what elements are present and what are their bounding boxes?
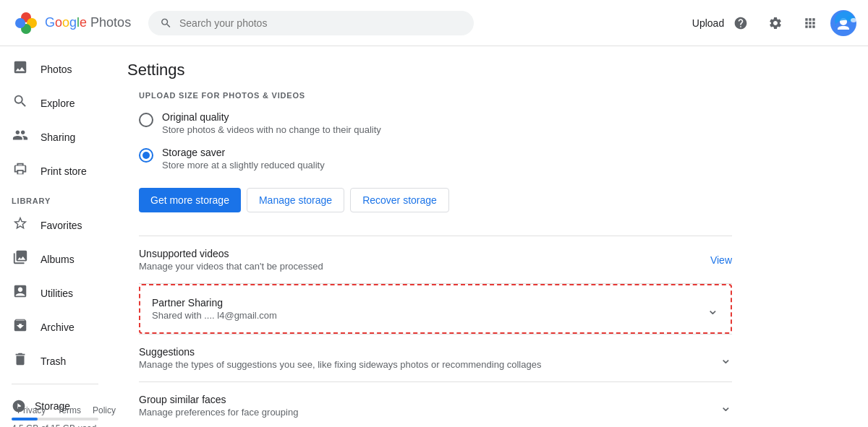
sidebar-label-albums: Albums [41, 254, 75, 265]
google-photos-logo [12, 9, 41, 38]
quality-radio-group: Original quality Store photos & videos w… [139, 111, 732, 171]
header: Google Photos Upload [0, 0, 868, 46]
group-similar-faces-row[interactable]: Group similar faces Manage preferences f… [139, 382, 732, 427]
albums-icon [12, 249, 29, 269]
main-content: Settings UPLOAD SIZE FOR PHOTOS & VIDEOS… [110, 46, 868, 427]
unsupported-videos-desc: Manage your videos that can't be process… [139, 261, 323, 272]
privacy-link[interactable]: Privacy [17, 405, 46, 415]
original-quality-option[interactable]: Original quality Store photos & videos w… [139, 111, 732, 135]
group-similar-faces-text: Group similar faces Manage preferences f… [139, 394, 298, 418]
sidebar-label-photos: Photos [41, 64, 72, 75]
photos-icon [12, 59, 29, 79]
help-icon [733, 16, 748, 30]
unsupported-videos-text: Unsupported videos Manage your videos th… [139, 248, 323, 272]
favorites-icon [12, 215, 29, 235]
sidebar-item-utilities[interactable]: Utilities [0, 276, 104, 310]
suggestions-title: Suggestions [139, 346, 541, 358]
partner-sharing-chevron-icon: ⌄ [707, 301, 719, 318]
sidebar-item-archive[interactable]: Archive [0, 310, 104, 344]
original-quality-radio[interactable] [139, 113, 153, 127]
help-button[interactable] [726, 9, 755, 38]
sidebar-label-print-store: Print store [41, 165, 87, 177]
settings-container: UPLOAD SIZE FOR PHOTOS & VIDEOS Original… [110, 91, 761, 427]
storage-saver-desc: Store more at a slightly reduced quality [162, 160, 325, 171]
group-similar-faces-desc: Manage preferences for face grouping [139, 407, 298, 418]
original-quality-desc: Store photos & videos with no change to … [162, 124, 381, 135]
sidebar-label-sharing: Sharing [41, 131, 75, 143]
sidebar-item-albums[interactable]: Albums [0, 242, 104, 276]
policy-link[interactable]: Policy [93, 405, 116, 415]
settings-button[interactable] [761, 9, 790, 38]
gear-icon [768, 16, 783, 30]
suggestions-chevron-icon: ⌄ [720, 350, 732, 367]
storage-saver-option[interactable]: Storage saver Store more at a slightly r… [139, 147, 732, 171]
page-title: Settings [110, 46, 868, 91]
sidebar-item-trash[interactable]: Trash [0, 344, 104, 378]
suggestions-desc: Manage the types of suggestions you see,… [139, 359, 541, 370]
partner-sharing-row[interactable]: Partner Sharing Shared with .... l4@gmai… [152, 285, 719, 332]
original-quality-title: Original quality [162, 111, 381, 123]
header-actions: Upload [692, 9, 856, 38]
partner-sharing-title: Partner Sharing [152, 297, 277, 309]
partner-sharing-value: Shared with .... l4@gmail.com [152, 310, 277, 321]
unsupported-videos-title: Unsupported videos [139, 248, 323, 259]
storage-saver-title: Storage saver [162, 147, 325, 158]
trash-icon [12, 351, 29, 371]
explore-icon [12, 93, 29, 113]
sidebar-label-archive: Archive [41, 322, 75, 333]
manage-storage-button[interactable]: Manage storage [247, 188, 344, 212]
partner-sharing-right: ⌄ [707, 301, 719, 318]
logo[interactable]: Google Photos [12, 9, 131, 38]
sidebar-item-photos[interactable]: Photos [0, 52, 104, 86]
unsupported-videos-row: Unsupported videos Manage your videos th… [139, 236, 732, 283]
print-store-icon [12, 161, 29, 181]
sidebar-item-explore[interactable]: Explore [0, 86, 104, 120]
group-similar-faces-chevron-icon: ⌄ [720, 397, 732, 415]
search-input[interactable] [179, 17, 462, 29]
svg-point-3 [15, 18, 25, 28]
get-more-storage-button[interactable]: Get more storage [139, 188, 241, 212]
svg-point-6 [851, 18, 856, 22]
search-icon [160, 17, 172, 30]
sidebar-divider [12, 384, 98, 384]
upload-button[interactable]: Upload [692, 9, 720, 38]
storage-saver-radio[interactable] [139, 148, 153, 163]
original-quality-text: Original quality Store photos & videos w… [162, 111, 381, 135]
recover-storage-button[interactable]: Recover storage [350, 188, 449, 212]
sidebar-item-favorites[interactable]: Favorites [0, 208, 104, 242]
sharing-icon [12, 127, 29, 147]
logo-label: Google Photos [45, 15, 131, 30]
partner-sharing-card: Partner Sharing Shared with .... l4@gmai… [139, 284, 732, 334]
sidebar-item-sharing[interactable]: Sharing [0, 120, 104, 154]
suggestions-row[interactable]: Suggestions Manage the types of suggesti… [139, 335, 732, 381]
partner-sharing-text: Partner Sharing Shared with .... l4@gmai… [152, 297, 277, 321]
avatar[interactable] [830, 10, 856, 36]
archive-icon [12, 317, 29, 337]
sidebar-label-favorites: Favorites [41, 220, 82, 231]
group-similar-faces-title: Group similar faces [139, 394, 298, 405]
utilities-icon [12, 283, 29, 303]
terms-link[interactable]: Terms [57, 405, 81, 415]
upload-section-label: UPLOAD SIZE FOR PHOTOS & VIDEOS [139, 91, 732, 100]
storage-saver-text: Storage saver Store more at a slightly r… [162, 147, 325, 171]
suggestions-text: Suggestions Manage the types of suggesti… [139, 346, 541, 370]
library-section-label: LIBRARY [0, 188, 110, 208]
sidebar-label-explore: Explore [41, 98, 75, 109]
apps-icon [803, 16, 817, 30]
upload-label: Upload [692, 17, 724, 29]
layout: Photos Explore Sharing Print store LIBRA… [0, 46, 868, 427]
sidebar-label-utilities: Utilities [41, 288, 73, 299]
footer: Privacy Terms Policy [0, 394, 133, 427]
sidebar-label-trash: Trash [41, 355, 66, 367]
sidebar: Photos Explore Sharing Print store LIBRA… [0, 46, 110, 427]
sidebar-item-print-store[interactable]: Print store [0, 154, 104, 188]
search-bar[interactable] [148, 11, 474, 35]
user-avatar-icon [830, 10, 856, 36]
apps-button[interactable] [796, 9, 825, 38]
unsupported-videos-view-link[interactable]: View [710, 254, 732, 266]
storage-button-row: Get more storage Manage storage Recover … [139, 188, 732, 212]
